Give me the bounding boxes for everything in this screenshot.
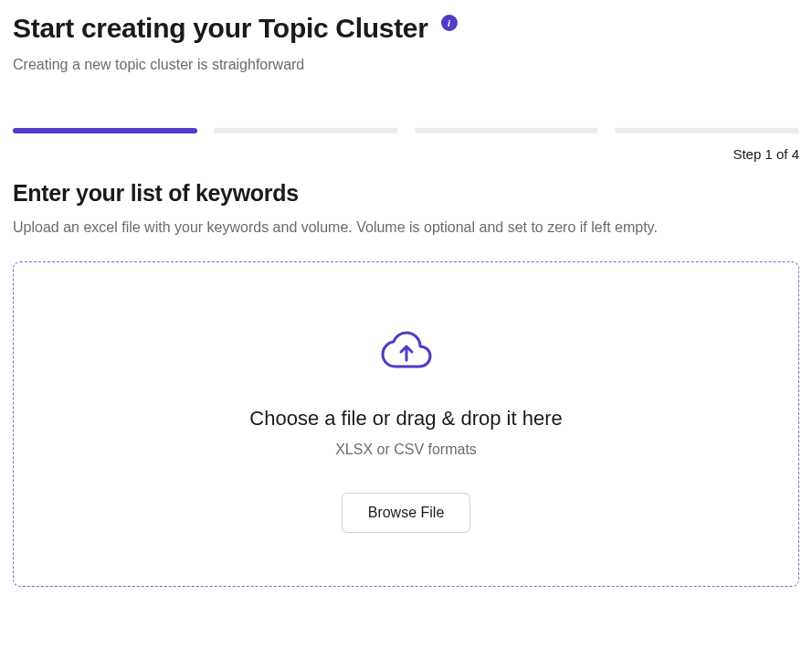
progress-segment-4: [615, 128, 799, 133]
progress-segment-1: [13, 128, 197, 133]
step-label: Step 1 of 4: [13, 146, 799, 162]
section-title: Enter your list of keywords: [13, 180, 799, 207]
page-title: Start creating your Topic Cluster: [13, 13, 428, 44]
progress-segment-2: [214, 128, 398, 133]
dropzone-title: Choose a file or drag & drop it here: [249, 407, 562, 431]
page-header: Start creating your Topic Cluster i Crea…: [13, 13, 799, 73]
file-dropzone[interactable]: Choose a file or drag & drop it here XLS…: [13, 261, 799, 587]
dropzone-formats: XLSX or CSV formats: [335, 442, 477, 458]
progress-segment-3: [415, 128, 599, 133]
browse-file-button[interactable]: Browse File: [342, 493, 471, 533]
cloud-upload-icon: [380, 328, 433, 374]
page-subtitle: Creating a new topic cluster is straighf…: [13, 57, 799, 73]
section-subtitle: Upload an excel file with your keywords …: [13, 219, 799, 236]
info-icon[interactable]: i: [441, 15, 458, 31]
title-row: Start creating your Topic Cluster i: [13, 13, 799, 44]
progress-bars: [13, 128, 799, 133]
progress-indicator: Step 1 of 4: [13, 128, 799, 162]
